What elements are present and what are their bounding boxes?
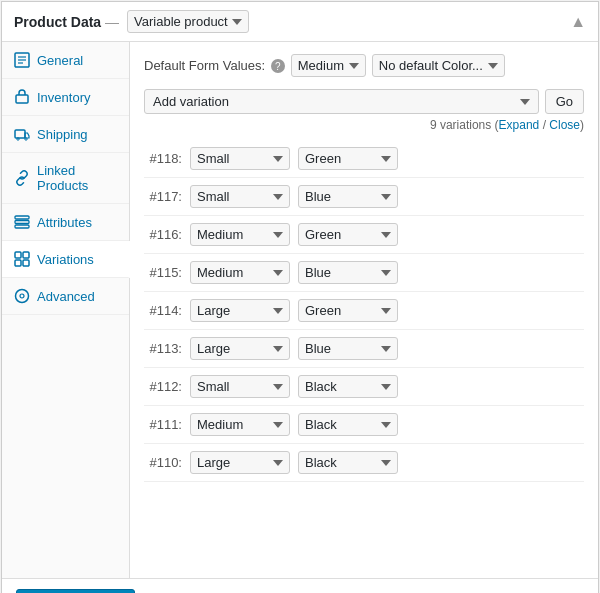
variation-size-select[interactable]: SmallMediumLarge	[190, 299, 290, 322]
add-variation-select[interactable]: Add variation	[144, 89, 539, 114]
variation-row: #112:SmallMediumLargeGreenBlueBlack	[144, 368, 584, 406]
sidebar-label-inventory: Inventory	[37, 90, 90, 105]
svg-point-16	[20, 294, 24, 298]
variation-row: #110:SmallMediumLargeGreenBlueBlack	[144, 444, 584, 482]
svg-rect-13	[15, 260, 21, 266]
save-changes-button[interactable]: Save Changes	[16, 589, 135, 593]
variation-size-select[interactable]: SmallMediumLarge	[190, 261, 290, 284]
variation-size-select[interactable]: SmallMediumLarge	[190, 185, 290, 208]
svg-rect-10	[15, 225, 29, 228]
sidebar-label-advanced: Advanced	[37, 289, 95, 304]
svg-rect-12	[23, 252, 29, 258]
variation-size-select[interactable]: SmallMediumLarge	[190, 451, 290, 474]
variation-color-select[interactable]: GreenBlueBlack	[298, 375, 398, 398]
sidebar: General Inventory Shipping Linked Produc…	[2, 42, 130, 578]
svg-point-6	[17, 138, 19, 140]
variation-row: #114:SmallMediumLargeGreenBlueBlack	[144, 292, 584, 330]
variation-list: #118:SmallMediumLargeGreenBlueBlack#117:…	[144, 140, 584, 482]
variation-color-select[interactable]: GreenBlueBlack	[298, 223, 398, 246]
variation-id: #115:	[144, 265, 182, 280]
general-icon	[14, 52, 30, 68]
panel-header: Product Data — Variable product ▲	[2, 2, 598, 42]
default-form-row: Default Form Values: ? Medium Small Larg…	[144, 54, 584, 77]
variation-row: #116:SmallMediumLargeGreenBlueBlack	[144, 216, 584, 254]
variation-row: #118:SmallMediumLargeGreenBlueBlack	[144, 140, 584, 178]
expand-link[interactable]: Expand	[499, 118, 540, 132]
svg-rect-11	[15, 252, 21, 258]
panel-title: Product Data —	[14, 14, 119, 30]
svg-point-15	[16, 290, 29, 303]
panel-body: General Inventory Shipping Linked Produc…	[2, 42, 598, 578]
close-link[interactable]: Close	[549, 118, 580, 132]
variations-icon	[14, 251, 30, 267]
variation-id: #118:	[144, 151, 182, 166]
sidebar-item-attributes[interactable]: Attributes	[2, 204, 129, 241]
advanced-icon	[14, 288, 30, 304]
variation-color-select[interactable]: GreenBlueBlack	[298, 147, 398, 170]
footer-left: Save Changes Cancel	[16, 589, 203, 593]
variation-row: #111:SmallMediumLargeGreenBlueBlack	[144, 406, 584, 444]
svg-rect-8	[15, 216, 29, 219]
help-tip-icon[interactable]: ?	[271, 59, 285, 73]
variation-size-select[interactable]: SmallMediumLarge	[190, 375, 290, 398]
svg-rect-4	[16, 95, 28, 103]
default-form-label: Default Form Values: ?	[144, 58, 285, 74]
svg-rect-14	[23, 260, 29, 266]
variations-count-row: 9 variations (Expand / Close)	[144, 118, 584, 132]
panel-collapse-button[interactable]: ▲	[570, 14, 586, 30]
linked-products-icon	[14, 170, 30, 186]
variation-size-select[interactable]: SmallMediumLarge	[190, 147, 290, 170]
variation-color-select[interactable]: GreenBlueBlack	[298, 451, 398, 474]
variation-row: #113:SmallMediumLargeGreenBlueBlack	[144, 330, 584, 368]
sidebar-item-advanced[interactable]: Advanced	[2, 278, 129, 315]
variation-id: #112:	[144, 379, 182, 394]
sidebar-label-linked-products: Linked Products	[37, 163, 117, 193]
variation-id: #116:	[144, 227, 182, 242]
panel-header-left: Product Data — Variable product	[14, 10, 249, 33]
attributes-icon	[14, 214, 30, 230]
sidebar-label-general: General	[37, 53, 83, 68]
variation-size-select[interactable]: SmallMediumLarge	[190, 413, 290, 436]
product-type-select[interactable]: Variable product	[127, 10, 249, 33]
variation-row: #115:SmallMediumLargeGreenBlueBlack	[144, 254, 584, 292]
variation-color-select[interactable]: GreenBlueBlack	[298, 413, 398, 436]
variation-color-select[interactable]: GreenBlueBlack	[298, 261, 398, 284]
variation-id: #111:	[144, 417, 182, 432]
sidebar-label-variations: Variations	[37, 252, 94, 267]
svg-rect-9	[15, 221, 29, 224]
variation-id: #110:	[144, 455, 182, 470]
sidebar-item-variations[interactable]: Variations	[2, 241, 130, 278]
sidebar-label-attributes: Attributes	[37, 215, 92, 230]
go-button[interactable]: Go	[545, 89, 584, 114]
variation-color-select[interactable]: GreenBlueBlack	[298, 337, 398, 360]
variation-size-select[interactable]: SmallMediumLarge	[190, 337, 290, 360]
svg-rect-5	[15, 130, 25, 138]
sidebar-item-shipping[interactable]: Shipping	[2, 116, 129, 153]
panel-footer: Save Changes Cancel 9 variations (Expand…	[2, 578, 598, 593]
inventory-icon	[14, 89, 30, 105]
variation-size-select[interactable]: SmallMediumLarge	[190, 223, 290, 246]
svg-point-7	[25, 138, 27, 140]
variation-id: #114:	[144, 303, 182, 318]
sidebar-item-linked-products[interactable]: Linked Products	[2, 153, 129, 204]
variation-id: #113:	[144, 341, 182, 356]
sidebar-label-shipping: Shipping	[37, 127, 88, 142]
variation-id: #117:	[144, 189, 182, 204]
size-default-select[interactable]: Medium Small Large	[291, 54, 366, 77]
sidebar-item-general[interactable]: General	[2, 42, 129, 79]
variation-color-select[interactable]: GreenBlueBlack	[298, 299, 398, 322]
product-data-panel: Product Data — Variable product ▲ Genera…	[1, 1, 599, 593]
variations-main-content: Default Form Values: ? Medium Small Larg…	[130, 42, 598, 578]
add-variation-row: Add variation Go	[144, 89, 584, 114]
shipping-icon	[14, 126, 30, 142]
sidebar-item-inventory[interactable]: Inventory	[2, 79, 129, 116]
variation-color-select[interactable]: GreenBlueBlack	[298, 185, 398, 208]
variation-row: #117:SmallMediumLargeGreenBlueBlack	[144, 178, 584, 216]
color-default-select[interactable]: No default Color... Green Blue Black	[372, 54, 505, 77]
